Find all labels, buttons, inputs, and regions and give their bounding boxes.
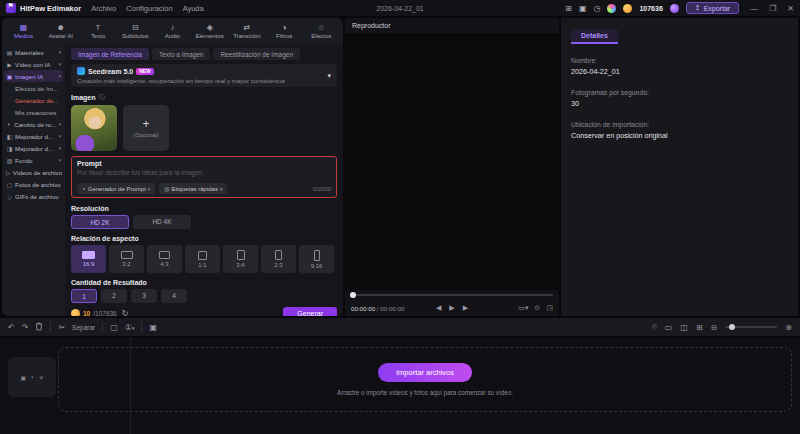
aspect-ratio-menu-icon[interactable]: ▭▾ <box>518 304 528 312</box>
undo-icon[interactable]: ↶ <box>8 323 15 332</box>
resolution-hd2k-button[interactable]: HD 2K <box>71 215 129 229</box>
speed-icon[interactable]: ①▾ <box>125 323 135 332</box>
prompt-generator-button[interactable]: ⋆Generador de Prompt▾ <box>77 183 155 194</box>
efectos-icon: ☆ <box>318 23 325 32</box>
crop-icon[interactable]: ▢ <box>110 323 118 332</box>
delete-icon[interactable] <box>35 322 43 333</box>
download-center-icon[interactable]: ◷ <box>593 4 600 13</box>
previous-frame-button[interactable]: ◀ <box>436 304 441 312</box>
zoom-out-icon[interactable]: ⊖ <box>711 323 718 332</box>
aspect-2-3-button[interactable]: 2:3 <box>261 245 296 273</box>
split-icon[interactable]: ✂ <box>58 323 65 332</box>
track-mute-icon[interactable]: • <box>31 374 33 380</box>
aspect-4-3-button[interactable]: 4:3 <box>147 245 182 273</box>
chevron-down-icon: ▾ <box>58 121 61 127</box>
menu-ayuda[interactable]: Ayuda <box>183 4 204 13</box>
quantity-1-button[interactable]: 1 <box>71 289 97 303</box>
redo-icon[interactable]: ↷ <box>22 323 29 332</box>
model-selector[interactable]: Seedream 5.0 NEW Creación más inteligent… <box>71 64 337 87</box>
next-frame-button[interactable]: ▶ <box>463 304 468 312</box>
export-button[interactable]: ↥Exportar <box>686 2 739 14</box>
sidebar-item-materiales[interactable]: ▤Materiales▾ <box>4 46 63 58</box>
aspect-1-1-button[interactable]: 1:1 <box>185 245 220 273</box>
sidebar-item-mejorador-1[interactable]: ◧Mejorador d...▾ <box>4 130 63 142</box>
sidebar-item-imagen-ia[interactable]: ▣Imagen IA▾ <box>4 70 63 82</box>
snapshot-icon[interactable]: ⊙ <box>535 304 541 312</box>
aspect-3-4-button[interactable]: 3:4 <box>223 245 258 273</box>
tab-texto-a-imagen[interactable]: Texto a Imagen <box>152 48 210 60</box>
close-button[interactable]: ✕ <box>787 4 794 13</box>
divider <box>102 322 103 332</box>
ratio-3-2-icon <box>121 251 133 259</box>
tab-avatar-ai[interactable]: ☻Avatar AI <box>43 23 78 40</box>
tab-reestilizacion[interactable]: Reestilización de Imagen <box>213 48 300 60</box>
tab-elementos[interactable]: ◈Elementos <box>192 23 227 40</box>
voiceover-icon[interactable]: ⌾ <box>652 322 657 332</box>
track-lock-icon[interactable]: ▣ <box>21 374 27 381</box>
tab-detalles[interactable]: Detalles <box>571 29 618 44</box>
zoom-knob[interactable] <box>729 324 735 330</box>
reference-image-thumbnail[interactable] <box>71 105 117 151</box>
import-hint: Arrastre o importe vídeos y fotos aquí p… <box>337 389 513 396</box>
import-drop-zone[interactable]: Importar archivos Arrastre o importe víd… <box>58 347 792 412</box>
texto-icon: T <box>96 23 101 32</box>
playback-slider[interactable] <box>351 294 553 296</box>
chevron-down-icon: ▾ <box>58 61 61 67</box>
track-manager-icon[interactable]: ⊞ <box>696 323 703 332</box>
aspect-9-16-button[interactable]: 9:16 <box>299 245 334 273</box>
play-button[interactable]: ▶ <box>449 304 454 312</box>
tab-imagen-referencia[interactable]: Imagen de Referencia <box>71 48 149 60</box>
avatar[interactable] <box>607 4 616 13</box>
tab-audio[interactable]: ♪Audio <box>155 23 190 40</box>
fullscreen-icon[interactable]: ◳ <box>546 304 553 312</box>
import-files-button[interactable]: Importar archivos <box>378 363 472 382</box>
menu-archivo[interactable]: Archivo <box>91 4 116 13</box>
zoom-in-icon[interactable]: ⊕ <box>785 323 792 332</box>
model-description: Creación más inteligente, recuperación e… <box>77 77 331 84</box>
vip-icon[interactable] <box>670 4 679 13</box>
upload-image-button[interactable]: + (Opcional) <box>123 105 169 151</box>
feedback-icon[interactable]: ▣ <box>579 4 587 13</box>
minimize-button[interactable]: — <box>750 4 758 13</box>
quantity-4-button[interactable]: 4 <box>161 289 187 303</box>
sidebar-item-video-ia[interactable]: ▶Vídeo con IA▾ <box>4 58 63 70</box>
prompt-input[interactable] <box>77 169 331 183</box>
restore-button[interactable]: ❐ <box>769 4 776 13</box>
playhead-knob[interactable] <box>350 292 356 298</box>
layout-icon[interactable]: ⊞ <box>565 4 572 13</box>
prompt-label: Prompt <box>77 160 331 167</box>
tab-texto[interactable]: TTexto <box>80 23 115 40</box>
tab-subtitulos[interactable]: ⊟Subtítulos <box>118 23 153 40</box>
aspect-3-2-button[interactable]: 3:2 <box>109 245 144 273</box>
track-settings-icon[interactable]: ✳ <box>38 374 43 381</box>
tab-efectos[interactable]: ☆Efectos <box>304 23 339 40</box>
chevron-down-icon[interactable]: ▾ <box>327 72 331 80</box>
quick-tags-button[interactable]: ◎Etiquetas rápidas▾ <box>159 183 227 194</box>
sidebar-item-generador[interactable]: Generador de... <box>4 94 63 106</box>
chevron-down-icon: ▾ <box>58 133 61 139</box>
sidebar-item-fondo[interactable]: ▨Fondo▾ <box>4 154 63 166</box>
sidebar-item-gifs-archivo[interactable]: ◇GIFs de archivo <box>4 190 63 202</box>
marker-icon[interactable]: ▣ <box>149 323 157 332</box>
prompt-section-highlighted: Prompt ⋆Generador de Prompt▾ ◎Etiquetas … <box>71 156 337 198</box>
tab-transicion[interactable]: ⇄Transición <box>229 23 264 40</box>
menu-configuracion[interactable]: Configuración <box>126 4 172 13</box>
snap-icon[interactable]: ▭ <box>665 323 673 332</box>
sidebar-item-efectos-imagen[interactable]: Efectos de Im... <box>4 82 63 94</box>
tab-filtros[interactable]: ◑Filtros <box>267 23 302 40</box>
timeline-zoom-slider[interactable] <box>725 326 777 328</box>
tab-medios[interactable]: ▦Medios <box>6 23 41 40</box>
refresh-icon[interactable]: ↻ <box>122 309 129 316</box>
sidebar-item-videos-archivo[interactable]: ▷Vídeos de archivo <box>4 166 63 178</box>
sidebar-item-fotos-archivo[interactable]: ▢Fotos de archivo <box>4 178 63 190</box>
sidebar-item-mis-creaciones[interactable]: Mis creaciones <box>4 106 63 118</box>
resolution-hd4k-button[interactable]: HD 4K <box>133 215 191 229</box>
quantity-3-button[interactable]: 3 <box>131 289 157 303</box>
generate-button[interactable]: Generar <box>283 307 337 316</box>
timeline-toolbar: ↶ ↷ ✂ Separar ▢ ①▾ ▣ ⌾ ▭ ◫ ⊞ ⊖ ⊕ <box>0 318 800 336</box>
aspect-16-9-button[interactable]: 16:9 <box>71 245 106 273</box>
quantity-2-button[interactable]: 2 <box>101 289 127 303</box>
link-icon[interactable]: ◫ <box>680 323 688 332</box>
sidebar-item-mejorador-2[interactable]: ◨Mejorador d...▾ <box>4 142 63 154</box>
sidebar-item-cambio-rostro[interactable]: ◐Cambio de ro...▾ <box>4 118 63 130</box>
